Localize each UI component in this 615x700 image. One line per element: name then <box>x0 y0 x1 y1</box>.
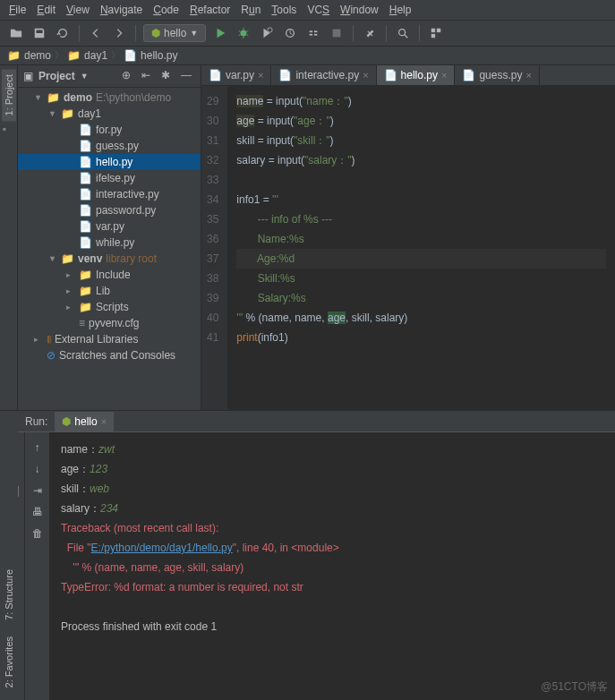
breadcrumb-file[interactable]: 📄hello.py <box>124 49 177 62</box>
menu-help[interactable]: Help <box>389 4 412 16</box>
menu-edit[interactable]: Edit <box>37 4 56 16</box>
editor-tab-var-py[interactable]: 📄var.py× <box>201 65 271 85</box>
editor-tabbar: 📄var.py×📄interactive.py×📄hello.py×📄guess… <box>201 65 615 86</box>
menu-window[interactable]: Window <box>340 4 379 16</box>
tree-file-while-py[interactable]: 📄 while.py <box>18 235 201 251</box>
up-icon[interactable]: ↑ <box>30 440 46 456</box>
refresh-icon[interactable] <box>54 24 72 42</box>
breadcrumb-root[interactable]: 📁demo <box>7 49 51 62</box>
run-controls-col2: ↑ ↓ ⇥ 🖶 🗑 <box>25 432 50 700</box>
breadcrumb-folder[interactable]: 📁day1 <box>67 49 107 62</box>
favorites-tool-tab[interactable]: 2: Favorites <box>4 633 14 691</box>
chevron-right-icon: 〉 <box>109 49 122 62</box>
editor-tab-guess-py[interactable]: 📄guess.py× <box>455 65 539 85</box>
svg-rect-4 <box>310 34 313 36</box>
code-content[interactable]: name = input("name：")age = input("age：")… <box>227 86 615 429</box>
hide-icon[interactable]: — <box>181 69 195 83</box>
settings-icon[interactable] <box>361 24 379 42</box>
tree-file-hello-py[interactable]: 📄 hello.py <box>18 154 201 170</box>
run-panel-label: Run: <box>18 415 55 428</box>
svg-point-8 <box>399 30 406 36</box>
project-panel-header: ▣ Project ▼ ⊕ ⇤ ✱ — <box>18 65 201 88</box>
back-icon[interactable] <box>87 24 105 42</box>
svg-point-1 <box>268 28 272 32</box>
svg-rect-3 <box>310 30 313 32</box>
tree-root[interactable]: ▼📁 demo E:\python\demo <box>18 90 201 106</box>
structure-tool-tab[interactable]: 7: Structure <box>4 566 14 624</box>
close-icon[interactable]: × <box>441 70 447 81</box>
menu-navigate[interactable]: Navigate <box>100 4 142 16</box>
close-icon[interactable]: × <box>101 416 107 427</box>
debug-icon[interactable] <box>235 24 252 42</box>
run-config-dropdown[interactable]: ⬢ hello ▼ <box>143 24 206 42</box>
tree-venv[interactable]: ▼📁 venv library root <box>18 251 201 267</box>
tree-file-ifelse-py[interactable]: 📄 ifelse.py <box>18 170 201 186</box>
print-icon[interactable]: 🖶 <box>30 504 46 520</box>
editor-tab-hello-py[interactable]: 📄hello.py× <box>377 65 456 85</box>
tree-scratches[interactable]: ⊘ Scratches and Consoles <box>18 347 201 363</box>
menu-bar: FileEditViewNavigateCodeRefactorRunTools… <box>0 0 615 21</box>
wrap-icon[interactable]: ⇥ <box>30 482 46 499</box>
run-tab[interactable]: ⬢ hello × <box>55 412 114 431</box>
tree-venv-scripts[interactable]: ▸📁 Scripts <box>18 299 201 315</box>
menu-file[interactable]: File <box>9 4 26 16</box>
tree-external-libs[interactable]: ▸⫴ External Libraries <box>18 331 201 347</box>
profile-icon[interactable] <box>281 24 299 42</box>
tree-file-var-py[interactable]: 📄 var.py <box>18 218 201 235</box>
attach-icon[interactable] <box>304 24 322 42</box>
forward-icon[interactable] <box>110 24 128 42</box>
menu-refactor[interactable]: Refactor <box>190 4 230 16</box>
trash-icon[interactable]: 🗑 <box>30 525 46 542</box>
open-icon[interactable] <box>7 24 25 42</box>
left-tool-strip: 1: Project ▪ <box>0 65 18 429</box>
search-icon[interactable] <box>394 24 412 42</box>
structure-icon[interactable] <box>427 24 445 42</box>
close-icon[interactable]: × <box>258 70 263 81</box>
python-icon: ⬢ <box>151 27 160 39</box>
gear-icon[interactable]: ✱ <box>161 69 175 83</box>
close-icon[interactable]: × <box>363 70 368 81</box>
tree-pyvenv-cfg[interactable]: ≡ pyvenv.cfg <box>18 315 201 331</box>
python-file-icon: 📄 <box>124 49 137 62</box>
collapse-icon[interactable]: ⇤ <box>141 69 156 83</box>
project-panel: ▣ Project ▼ ⊕ ⇤ ✱ — ▼📁 demo E:\python\de… <box>18 65 201 429</box>
error-file-link[interactable]: E:/python/demo/day1/hello.py <box>91 542 233 554</box>
menu-view[interactable]: View <box>66 4 90 16</box>
folder-icon: 📁 <box>67 49 81 62</box>
project-tree[interactable]: ▼📁 demo E:\python\demo▼📁 day1📄 for.py📄 g… <box>18 88 201 429</box>
bookmark-icon[interactable]: ▪ <box>3 123 15 135</box>
menu-tools[interactable]: Tools <box>271 4 296 16</box>
tree-file-guess-py[interactable]: 📄 guess.py <box>18 138 201 154</box>
svg-rect-9 <box>431 29 435 32</box>
tree-folder-day1[interactable]: ▼📁 day1 <box>18 106 201 122</box>
menu-code[interactable]: Code <box>153 4 179 16</box>
console-output[interactable]: name：zwtage：123skill：websalary：234Traceb… <box>50 432 615 700</box>
coverage-icon[interactable] <box>258 24 276 42</box>
tree-file-password-py[interactable]: 📄 password.py <box>18 202 201 218</box>
save-icon[interactable] <box>30 24 48 42</box>
run-panel: ❚❚ ▤ 📌 ↑ ↓ ⇥ 🖶 🗑 name：zwtage：123skill：we… <box>0 431 615 700</box>
editor-tab-interactive-py[interactable]: 📄interactive.py× <box>271 65 376 85</box>
stop-icon[interactable] <box>328 24 346 42</box>
watermark: @51CTO博客 <box>541 679 608 695</box>
target-icon[interactable]: ⊕ <box>122 69 136 83</box>
close-icon[interactable]: × <box>525 70 531 81</box>
chevron-right-icon: 〉 <box>53 49 65 62</box>
python-icon: ⬢ <box>62 415 71 428</box>
python-file-icon: 📄 <box>384 69 397 81</box>
main-toolbar: ⬢ hello ▼ <box>0 21 615 47</box>
line-gutter: 29303132333435363738394041 <box>201 86 227 429</box>
chevron-down-icon[interactable]: ▼ <box>81 72 89 81</box>
down-icon[interactable]: ↓ <box>30 461 46 477</box>
menu-run[interactable]: Run <box>241 4 261 16</box>
project-tool-tab[interactable]: 1: Project <box>2 69 16 121</box>
chevron-down-icon: ▼ <box>190 29 198 38</box>
tree-file-for-py[interactable]: 📄 for.py <box>18 122 201 138</box>
tree-venv-include[interactable]: ▸📁 Include <box>18 267 201 283</box>
tree-file-interactive-py[interactable]: 📄 interactive.py <box>18 186 201 202</box>
tree-venv-lib[interactable]: ▸📁 Lib <box>18 283 201 299</box>
breadcrumb: 📁demo 〉 📁day1 〉 📄hello.py <box>0 47 615 65</box>
python-file-icon: 📄 <box>278 69 292 81</box>
run-icon[interactable] <box>211 24 229 42</box>
menu-vcs[interactable]: VCS <box>307 4 329 16</box>
